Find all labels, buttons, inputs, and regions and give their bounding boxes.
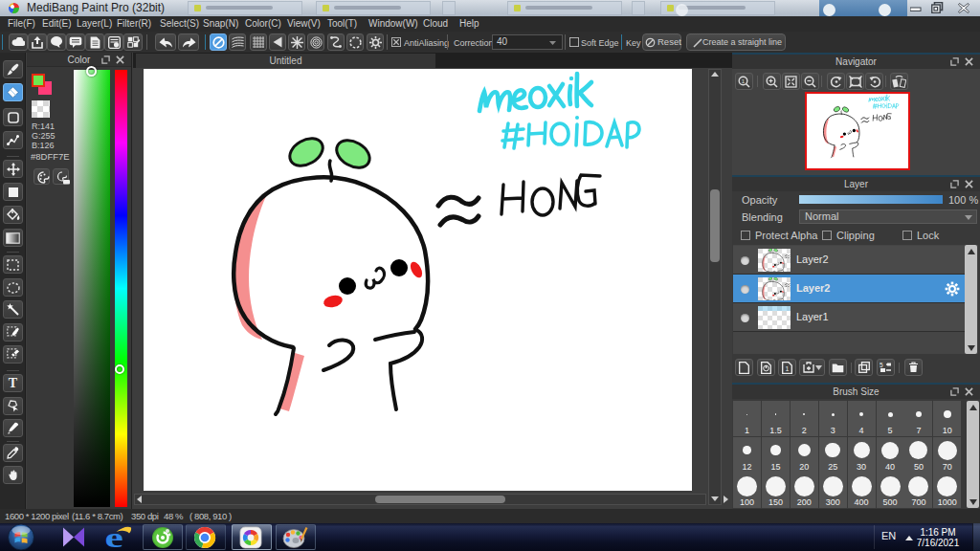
svg-text:e: e (104, 525, 122, 549)
svg-text:T: T (9, 377, 18, 389)
svg-text:5: 5 (880, 362, 883, 368)
svg-text:1: 1 (742, 78, 746, 84)
svg-text:1: 1 (786, 365, 790, 372)
